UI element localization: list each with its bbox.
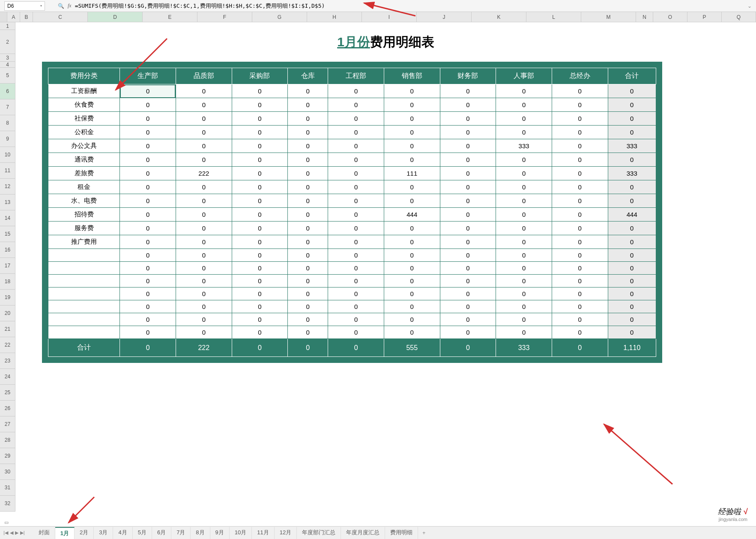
data-cell[interactable]: 0: [496, 222, 552, 235]
worksheet[interactable]: 1月份费用明细表 费用分类生产部品质部采购部仓库工程部销售部财务部人事部总经办合…: [15, 22, 756, 512]
data-cell[interactable]: 0: [288, 167, 328, 180]
data-cell[interactable]: 0: [440, 326, 496, 339]
data-cell[interactable]: 0: [384, 262, 440, 275]
data-cell[interactable]: 0: [232, 275, 288, 287]
data-cell[interactable]: 0: [288, 326, 328, 339]
data-cell[interactable]: 0: [608, 194, 656, 208]
data-cell[interactable]: 0: [176, 235, 232, 249]
data-cell[interactable]: 0: [608, 84, 656, 98]
data-cell[interactable]: 0: [288, 98, 328, 112]
data-cell[interactable]: 0: [176, 153, 232, 167]
data-cell[interactable]: 0: [552, 194, 608, 208]
data-cell[interactable]: 0: [608, 300, 656, 313]
data-cell[interactable]: 0: [552, 167, 608, 180]
data-cell[interactable]: 0: [232, 139, 288, 153]
data-cell[interactable]: 0: [328, 262, 384, 275]
data-cell[interactable]: 0: [608, 287, 656, 300]
data-cell[interactable]: 0: [120, 153, 176, 167]
data-cell[interactable]: 0: [288, 126, 328, 139]
tab-prev-icon[interactable]: ◀: [10, 530, 13, 536]
data-cell[interactable]: 0: [328, 180, 384, 194]
data-cell[interactable]: 0: [384, 222, 440, 235]
data-cell[interactable]: 0: [176, 112, 232, 126]
data-cell[interactable]: 0: [232, 84, 288, 98]
data-cell[interactable]: 0: [384, 98, 440, 112]
data-cell[interactable]: 0: [608, 112, 656, 126]
category-cell[interactable]: 社保费: [48, 112, 120, 126]
title-month-link[interactable]: 1月份: [337, 33, 370, 51]
data-cell[interactable]: 0: [608, 180, 656, 194]
data-cell[interactable]: 0: [232, 194, 288, 208]
data-cell[interactable]: 0: [552, 112, 608, 126]
column-header-N[interactable]: N: [636, 12, 653, 22]
sheet-tab-4月[interactable]: 4月: [113, 527, 132, 539]
column-header-F[interactable]: F: [197, 12, 252, 22]
data-cell[interactable]: 0: [608, 313, 656, 326]
data-cell[interactable]: 0: [496, 126, 552, 139]
data-cell[interactable]: 0: [440, 262, 496, 275]
row-header-12[interactable]: 12: [0, 179, 15, 195]
data-cell[interactable]: 0: [176, 98, 232, 112]
data-cell[interactable]: 0: [288, 222, 328, 235]
row-header-9[interactable]: 9: [0, 131, 15, 147]
sheet-tab-1月[interactable]: 1月: [55, 527, 75, 539]
data-cell[interactable]: 0: [552, 208, 608, 222]
column-header-C[interactable]: C: [33, 12, 88, 22]
data-cell[interactable]: 0: [328, 326, 384, 339]
category-cell[interactable]: [48, 326, 120, 339]
data-cell[interactable]: 0: [440, 287, 496, 300]
data-cell[interactable]: 0: [176, 249, 232, 262]
data-cell[interactable]: 0: [552, 222, 608, 235]
column-header-K[interactable]: K: [472, 12, 526, 22]
data-cell[interactable]: 0: [120, 235, 176, 249]
data-cell[interactable]: 0: [440, 300, 496, 313]
sheet-tab-12月[interactable]: 12月: [275, 527, 297, 539]
data-cell[interactable]: 0: [384, 313, 440, 326]
data-cell[interactable]: 0: [176, 262, 232, 275]
data-cell[interactable]: 0: [328, 313, 384, 326]
data-cell[interactable]: 0: [232, 326, 288, 339]
data-cell[interactable]: 0: [176, 300, 232, 313]
data-cell[interactable]: 0: [440, 153, 496, 167]
column-header-M[interactable]: M: [581, 12, 636, 22]
data-cell[interactable]: 0: [328, 112, 384, 126]
data-cell[interactable]: 444: [608, 208, 656, 222]
data-cell[interactable]: 0: [120, 313, 176, 326]
data-cell[interactable]: 0: [232, 180, 288, 194]
tab-next-icon[interactable]: ▶: [15, 530, 18, 536]
data-cell[interactable]: 0: [288, 139, 328, 153]
data-cell[interactable]: 0: [288, 300, 328, 313]
data-cell[interactable]: 0: [120, 326, 176, 339]
row-header-23[interactable]: 23: [0, 353, 15, 369]
category-cell[interactable]: 推广费用: [48, 235, 120, 249]
data-cell[interactable]: 0: [328, 167, 384, 180]
data-cell[interactable]: 222: [176, 167, 232, 180]
data-cell[interactable]: 0: [328, 249, 384, 262]
column-header-G[interactable]: G: [252, 12, 307, 22]
search-icon[interactable]: 🔍: [58, 3, 64, 9]
data-cell[interactable]: 0: [176, 313, 232, 326]
data-cell[interactable]: 0: [176, 208, 232, 222]
fx-icon[interactable]: fx: [68, 3, 72, 9]
data-cell[interactable]: 0: [496, 300, 552, 313]
data-cell[interactable]: 0: [328, 275, 384, 287]
data-cell[interactable]: 333: [608, 167, 656, 180]
data-cell[interactable]: 0: [232, 313, 288, 326]
data-cell[interactable]: 0: [232, 112, 288, 126]
data-cell[interactable]: 0: [288, 208, 328, 222]
sheet-tab-费用明细[interactable]: 费用明细: [385, 527, 418, 539]
tab-first-icon[interactable]: |◀: [3, 530, 8, 536]
data-cell[interactable]: 0: [176, 194, 232, 208]
data-cell[interactable]: 0: [440, 167, 496, 180]
data-cell[interactable]: 0: [496, 167, 552, 180]
data-cell[interactable]: 0: [552, 313, 608, 326]
data-cell[interactable]: 0: [552, 300, 608, 313]
column-header-J[interactable]: J: [417, 12, 472, 22]
data-cell[interactable]: 0: [120, 262, 176, 275]
data-cell[interactable]: 0: [328, 98, 384, 112]
data-cell[interactable]: 0: [552, 275, 608, 287]
data-cell[interactable]: 0: [176, 222, 232, 235]
row-header-22[interactable]: 22: [0, 337, 15, 353]
data-cell[interactable]: 0: [328, 208, 384, 222]
category-cell[interactable]: 公积金: [48, 126, 120, 139]
